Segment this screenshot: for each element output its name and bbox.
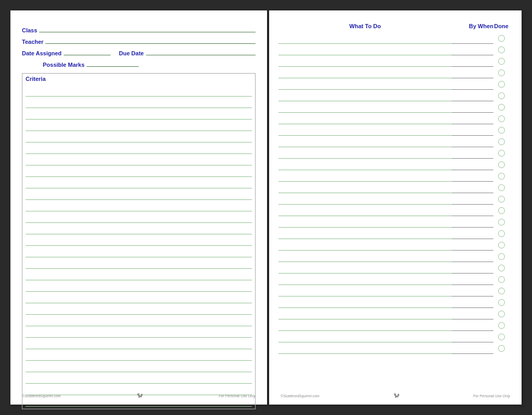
- task-what-cell: [279, 124, 452, 136]
- task-when-cell: [452, 205, 493, 216]
- task-what-cell: [279, 78, 452, 90]
- task-when-cell: [452, 274, 493, 285]
- criteria-line: [26, 120, 252, 131]
- criteria-line: [26, 338, 252, 349]
- task-row: [279, 342, 512, 354]
- task-when-cell: [452, 331, 493, 342]
- task-when-cell: [452, 297, 493, 308]
- task-done-cell: [493, 196, 509, 203]
- done-circle-icon[interactable]: [498, 127, 505, 134]
- task-what-cell: [279, 44, 452, 55]
- task-done-cell: [493, 230, 509, 237]
- task-what-cell: [279, 308, 452, 319]
- task-when-cell: [452, 55, 493, 67]
- task-row: [279, 193, 512, 205]
- done-circle-icon[interactable]: [498, 173, 505, 180]
- right-header: What To Do By When Done: [279, 21, 512, 30]
- criteria-line: [26, 315, 252, 326]
- class-row: Class: [22, 25, 256, 33]
- criteria-line: [26, 269, 252, 280]
- done-circle-icon[interactable]: [498, 345, 505, 352]
- done-circle-icon[interactable]: [498, 253, 505, 260]
- done-circle-icon[interactable]: [498, 322, 505, 329]
- task-what-cell: [279, 32, 452, 44]
- task-when-cell: [452, 342, 493, 354]
- done-circle-icon[interactable]: [498, 92, 505, 99]
- task-done-cell: [493, 69, 509, 76]
- task-row: [279, 44, 512, 55]
- task-done-cell: [493, 345, 509, 352]
- criteria-line: [26, 280, 252, 292]
- task-what-cell: [279, 239, 452, 251]
- done-circle-icon[interactable]: [498, 219, 505, 226]
- criteria-line: [26, 361, 252, 372]
- done-circle-icon[interactable]: [498, 288, 505, 294]
- criteria-line: [26, 97, 252, 108]
- criteria-title: Criteria: [26, 76, 252, 82]
- task-what-cell: [279, 55, 452, 67]
- task-what-cell: [279, 342, 452, 354]
- left-footer: ©ScatteredSquirrel.com 🐿 For Personal Us…: [10, 392, 267, 399]
- task-row: [279, 239, 512, 251]
- done-circle-icon[interactable]: [498, 161, 505, 168]
- task-what-cell: [279, 159, 452, 170]
- task-row: [279, 228, 512, 239]
- task-when-cell: [452, 308, 493, 319]
- done-circle-icon[interactable]: [498, 242, 505, 248]
- criteria-lines: [26, 85, 252, 407]
- criteria-line: [26, 154, 252, 165]
- task-done-cell: [493, 311, 509, 317]
- done-circle-icon[interactable]: [498, 69, 505, 76]
- task-what-cell: [279, 113, 452, 124]
- done-circle-icon[interactable]: [498, 265, 505, 271]
- task-done-cell: [493, 207, 509, 214]
- criteria-line: [26, 257, 252, 269]
- task-row: [279, 182, 512, 193]
- done-circle-icon[interactable]: [498, 299, 505, 306]
- task-what-cell: [279, 101, 452, 113]
- done-circle-icon[interactable]: [498, 207, 505, 214]
- possible-row: Possible Marks: [22, 60, 256, 68]
- task-done-cell: [493, 173, 509, 180]
- task-done-cell: [493, 81, 509, 88]
- task-done-cell: [493, 46, 509, 53]
- criteria-line: [26, 372, 252, 384]
- task-when-cell: [452, 319, 493, 331]
- done-circle-icon[interactable]: [498, 150, 505, 157]
- task-when-cell: [452, 182, 493, 193]
- what-to-do-header: What To Do: [279, 21, 452, 30]
- done-circle-icon[interactable]: [498, 104, 505, 111]
- done-circle-icon[interactable]: [498, 35, 505, 42]
- task-row: [279, 90, 512, 101]
- criteria-line: [26, 188, 252, 200]
- criteria-line: [26, 85, 252, 97]
- done-header: Done: [493, 21, 509, 30]
- done-circle-icon[interactable]: [498, 81, 505, 88]
- done-circle-icon[interactable]: [498, 276, 505, 283]
- done-circle-icon[interactable]: [498, 196, 505, 203]
- criteria-line: [26, 108, 252, 120]
- task-done-cell: [493, 288, 509, 294]
- task-done-cell: [493, 299, 509, 306]
- done-circle-icon[interactable]: [498, 115, 505, 122]
- task-when-cell: [452, 193, 493, 205]
- task-when-cell: [452, 90, 493, 101]
- done-circle-icon[interactable]: [498, 58, 505, 65]
- right-footer: ©ScatteredSquirrel.com 🐿 For Personal Us…: [269, 392, 522, 399]
- task-what-cell: [279, 67, 452, 78]
- task-when-cell: [452, 44, 493, 55]
- done-circle-icon[interactable]: [498, 46, 505, 53]
- task-what-cell: [279, 319, 452, 331]
- teacher-label: Teacher: [22, 39, 43, 45]
- task-when-cell: [452, 239, 493, 251]
- done-circle-icon[interactable]: [498, 334, 505, 340]
- task-when-cell: [452, 285, 493, 297]
- task-what-cell: [279, 170, 452, 182]
- task-done-cell: [493, 276, 509, 283]
- task-row: [279, 170, 512, 182]
- due-date-label: Due Date: [119, 50, 144, 56]
- done-circle-icon[interactable]: [498, 230, 505, 237]
- done-circle-icon[interactable]: [498, 311, 505, 317]
- done-circle-icon[interactable]: [498, 184, 505, 191]
- done-circle-icon[interactable]: [498, 138, 505, 145]
